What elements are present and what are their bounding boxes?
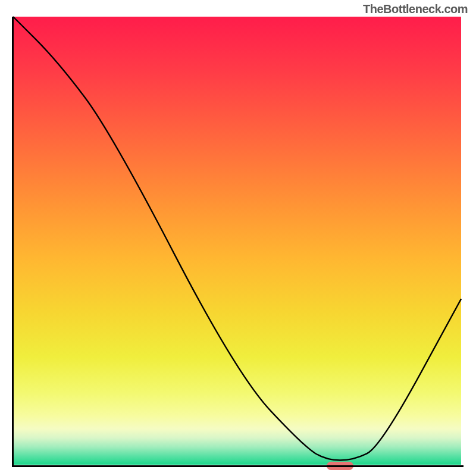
bottleneck-curve	[13, 17, 461, 465]
y-axis	[12, 17, 14, 467]
bottleneck-curve-path	[13, 17, 461, 460]
attribution-text: TheBottleneck.com	[363, 2, 468, 16]
x-axis	[12, 465, 464, 467]
